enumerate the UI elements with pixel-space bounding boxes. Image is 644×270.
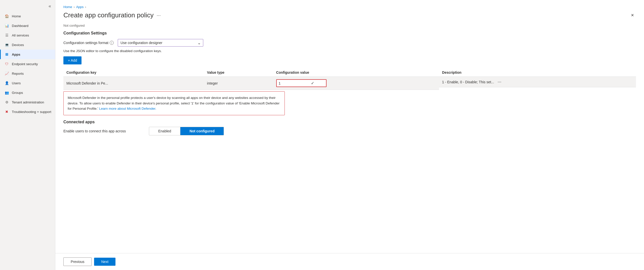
sidebar-item-label: Groups xyxy=(12,91,23,95)
table-cell-type: integer xyxy=(204,77,273,90)
not-configured-label: Not configured xyxy=(63,24,636,27)
sidebar-item-endpoint-security[interactable]: 🛡 Endpoint security xyxy=(0,59,55,69)
dashboard-icon: 📊 xyxy=(4,23,9,28)
close-button[interactable]: × xyxy=(629,11,636,19)
table-cell-key: Microsoft Defender in Pe... xyxy=(63,77,204,90)
reports-icon: 📈 xyxy=(4,71,9,76)
breadcrumb-home[interactable]: Home xyxy=(63,5,72,9)
next-button[interactable]: Next xyxy=(94,258,115,266)
sidebar-item-tenant-admin[interactable]: ⚙ Tenant administration xyxy=(0,97,55,107)
sidebar: « 🏠 Home 📊 Dashboard ☰ All services 💻 De… xyxy=(0,0,55,270)
toggle-options: Enabled Not configured xyxy=(149,127,224,135)
bottom-bar: Previous Next xyxy=(55,253,644,270)
config-format-select[interactable]: Use configuration designer xyxy=(118,39,203,47)
sidebar-collapse-button[interactable]: « xyxy=(47,3,53,9)
breadcrumb-sep-1: › xyxy=(74,5,75,9)
table-cell-value: ✓ xyxy=(273,77,439,90)
page-title: Create app configuration policy xyxy=(63,11,153,19)
config-format-label: Configuration settings format i xyxy=(63,41,114,45)
connected-apps-section: Connected apps Enable users to connect t… xyxy=(63,120,636,135)
sidebar-item-home[interactable]: 🏠 Home xyxy=(0,11,55,21)
endpoint-security-icon: 🛡 xyxy=(4,61,9,66)
config-table: Configuration key Value type Configurati… xyxy=(63,68,636,90)
col-header-description: Description xyxy=(439,68,636,77)
col-header-value: Configuration value xyxy=(273,68,439,77)
breadcrumb-sep-2: › xyxy=(85,5,86,9)
configuration-settings-title: Configuration Settings xyxy=(63,31,636,35)
sidebar-item-all-services[interactable]: ☰ All services xyxy=(0,30,55,40)
sidebar-item-users[interactable]: 👤 Users xyxy=(0,78,55,88)
all-services-icon: ☰ xyxy=(4,33,9,38)
config-format-select-wrapper: Use configuration designer xyxy=(118,39,203,47)
apps-icon: ⊞ xyxy=(4,52,9,57)
sidebar-collapse-area: « xyxy=(0,2,55,11)
main-content-area: Home › Apps › Create app configuration p… xyxy=(55,0,644,253)
troubleshooting-icon: ✖ xyxy=(4,109,9,114)
row-more-button[interactable]: ··· xyxy=(496,79,503,85)
users-icon: 👤 xyxy=(4,81,9,86)
description-link[interactable]: Learn more about Microsoft Defender. xyxy=(99,107,156,110)
sidebar-item-label: Apps xyxy=(12,53,20,56)
groups-icon: 👥 xyxy=(4,90,9,95)
sidebar-item-label: Users xyxy=(12,81,21,85)
sidebar-item-label: Endpoint security xyxy=(12,62,38,66)
config-value-input-wrapper: ✓ xyxy=(276,79,327,87)
toggle-row: Enable users to connect this app across … xyxy=(63,127,636,135)
config-format-row: Configuration settings format i Use conf… xyxy=(63,39,636,47)
description-box: Microsoft Defender in the personal profi… xyxy=(63,91,285,115)
json-hint: Use the JSON editor to configure the dis… xyxy=(63,49,636,53)
sidebar-item-reports[interactable]: 📈 Reports xyxy=(0,69,55,78)
check-icon: ✓ xyxy=(311,81,314,86)
breadcrumb-apps[interactable]: Apps xyxy=(76,5,84,9)
breadcrumb: Home › Apps › xyxy=(63,5,636,9)
toggle-label: Enable users to connect this app across xyxy=(63,129,149,133)
main-panel: Home › Apps › Create app configuration p… xyxy=(55,0,644,270)
col-header-key: Configuration key xyxy=(63,68,204,77)
sidebar-item-apps[interactable]: ⊞ Apps xyxy=(0,50,55,59)
sidebar-item-dashboard[interactable]: 📊 Dashboard xyxy=(0,21,55,30)
toggle-option-not-configured[interactable]: Not configured xyxy=(180,127,224,135)
sidebar-item-label: All services xyxy=(12,33,29,37)
format-info-icon[interactable]: i xyxy=(110,41,114,45)
page-more-options-button[interactable]: ··· xyxy=(156,12,161,18)
sidebar-item-devices[interactable]: 💻 Devices xyxy=(0,40,55,50)
sidebar-item-label: Troubleshooting + support xyxy=(12,110,51,114)
devices-icon: 💻 xyxy=(4,42,9,47)
previous-button[interactable]: Previous xyxy=(63,257,92,266)
sidebar-item-label: Devices xyxy=(12,43,24,47)
sidebar-item-groups[interactable]: 👥 Groups xyxy=(0,88,55,97)
toggle-option-enabled[interactable]: Enabled xyxy=(149,127,180,135)
sidebar-item-label: Reports xyxy=(12,72,24,75)
sidebar-item-troubleshooting[interactable]: ✖ Troubleshooting + support xyxy=(0,107,55,117)
table-cell-description: 1 - Enable, 0 - Disable; This set... ··· xyxy=(439,77,636,87)
sidebar-item-label: Home xyxy=(12,14,21,18)
tenant-admin-icon: ⚙ xyxy=(4,100,9,105)
home-icon: 🏠 xyxy=(4,14,9,19)
col-header-type: Value type xyxy=(204,68,273,77)
connected-apps-title: Connected apps xyxy=(63,120,636,124)
config-value-input[interactable] xyxy=(279,81,309,85)
table-row: Microsoft Defender in Pe... integer ✓ 1 … xyxy=(63,77,636,90)
add-button[interactable]: + Add xyxy=(63,56,82,64)
page-title-row: Create app configuration policy ··· × xyxy=(63,11,636,19)
sidebar-item-label: Tenant administration xyxy=(12,100,44,104)
sidebar-item-label: Dashboard xyxy=(12,24,28,28)
